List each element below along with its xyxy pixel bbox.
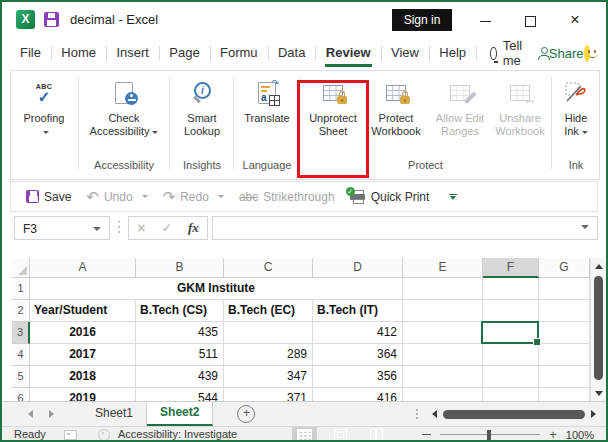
accessibility-status[interactable]: Accessibility: Investigate <box>118 428 237 440</box>
tab-help[interactable]: Help <box>429 38 476 68</box>
selected-cell-f3[interactable] <box>481 321 539 344</box>
maximize-button[interactable] <box>515 7 545 33</box>
cell-c6[interactable]: 371 <box>224 388 313 401</box>
tab-formulas[interactable]: Formu <box>210 38 268 68</box>
hide-ink-button[interactable]: Hide Ink <box>554 74 598 158</box>
cancel-icon[interactable]: × <box>137 220 145 236</box>
select-all-corner[interactable] <box>12 258 30 278</box>
cell-a1-merged-title[interactable]: GKM Institute <box>30 278 403 300</box>
cell-b4[interactable]: 511 <box>136 344 224 366</box>
cell-b6[interactable]: 544 <box>136 388 224 401</box>
protect-workbook-button[interactable]: Protect Workbook <box>364 74 428 158</box>
zoom-out-icon[interactable] <box>422 434 431 435</box>
formula-bar-expand-icon[interactable] <box>581 225 589 229</box>
cell-d5[interactable]: 356 <box>313 366 403 388</box>
cell-b2[interactable]: B.Tech (CS) <box>136 300 224 322</box>
cell-e6[interactable] <box>403 388 483 401</box>
cell-f1[interactable] <box>483 278 539 300</box>
tab-file[interactable]: File <box>10 38 51 68</box>
cell-g4[interactable] <box>539 344 590 366</box>
column-header-d[interactable]: D <box>313 258 403 278</box>
macro-record-icon[interactable] <box>64 430 77 440</box>
cell-d3[interactable]: 412 <box>313 322 403 344</box>
name-box[interactable]: F3 <box>14 216 110 240</box>
scroll-up-icon[interactable] <box>595 264 603 269</box>
cell-f6[interactable] <box>483 388 539 401</box>
cell-g3[interactable] <box>539 322 590 344</box>
tab-page-layout[interactable]: Page <box>159 38 209 68</box>
cell-g1[interactable] <box>539 278 590 300</box>
column-header-e[interactable]: E <box>403 258 483 278</box>
scroll-left-icon[interactable] <box>432 410 437 418</box>
translate-button[interactable]: a↷ Translate <box>237 74 297 158</box>
tab-review[interactable]: Review <box>316 38 381 68</box>
cell-e2[interactable] <box>403 300 483 322</box>
insert-function-icon[interactable]: fx <box>188 220 199 236</box>
new-sheet-button[interactable]: + <box>237 405 255 423</box>
column-header-g[interactable]: G <box>539 258 590 278</box>
feedback-smiley-icon[interactable] <box>584 45 590 62</box>
cell-b3[interactable]: 435 <box>136 322 224 344</box>
enter-icon[interactable]: ✓ <box>162 221 172 235</box>
minimize-button[interactable] <box>470 7 500 33</box>
vertical-scrollbar[interactable] <box>590 258 607 401</box>
tab-view[interactable]: View <box>381 38 429 68</box>
tab-insert[interactable]: Insert <box>106 38 159 68</box>
cell-e1[interactable] <box>403 278 483 300</box>
sign-in-button[interactable]: Sign in <box>392 9 452 31</box>
previous-sheet-icon[interactable] <box>28 410 33 418</box>
row-header-6[interactable]: 6 <box>12 388 30 401</box>
page-layout-view-button[interactable] <box>328 427 353 442</box>
fill-handle[interactable] <box>533 338 541 346</box>
formula-input[interactable] <box>212 216 598 240</box>
row-header-5[interactable]: 5 <box>12 366 30 388</box>
customize-toolbar-button[interactable] <box>449 194 457 200</box>
column-header-c[interactable]: C <box>224 258 313 278</box>
cell-a3[interactable]: 2016 <box>30 322 136 344</box>
zoom-slider[interactable] <box>440 434 540 435</box>
tell-me-label[interactable]: Tell me <box>503 38 523 68</box>
save-icon[interactable] <box>44 12 59 27</box>
next-sheet-icon[interactable] <box>49 410 54 418</box>
cell-e3[interactable] <box>403 322 483 344</box>
row-header-2[interactable]: 2 <box>12 300 30 322</box>
row-header-1[interactable]: 1 <box>12 278 30 300</box>
cell-d6[interactable]: 416 <box>313 388 403 401</box>
sheet-tab-sheet1[interactable]: Sheet1 <box>82 402 147 426</box>
horizontal-scrollbar-thumb[interactable] <box>443 410 585 419</box>
share-button[interactable]: Share <box>549 46 584 61</box>
unprotect-sheet-button[interactable]: Unprotect Sheet <box>303 74 363 158</box>
zoom-slider-handle[interactable] <box>487 430 491 440</box>
cell-g2[interactable] <box>539 300 590 322</box>
zoom-level[interactable]: 100% <box>566 429 594 441</box>
cell-a6[interactable]: 2019 <box>30 388 136 401</box>
tab-home[interactable]: Home <box>51 38 106 68</box>
row-header-4[interactable]: 4 <box>12 344 30 366</box>
qat-save-button[interactable]: Save <box>26 190 71 204</box>
cell-c3[interactable] <box>224 322 313 344</box>
cell-f4[interactable] <box>483 344 539 366</box>
check-accessibility-button[interactable]: Check Accessibility <box>81 74 167 158</box>
cell-c5[interactable]: 347 <box>224 366 313 388</box>
cell-c4[interactable]: 289 <box>224 344 313 366</box>
qat-quick-print-button[interactable]: ✓ Quick Print <box>350 190 430 204</box>
accessibility-checker-icon[interactable] <box>98 429 110 441</box>
vertical-scrollbar-thumb[interactable] <box>594 276 603 380</box>
column-header-b[interactable]: B <box>136 258 224 278</box>
zoom-in-icon[interactable]: + <box>549 430 557 440</box>
sheet-tab-sheet2[interactable]: Sheet2 <box>147 402 213 426</box>
tab-data[interactable]: Data <box>268 38 315 68</box>
page-break-view-button[interactable] <box>364 427 389 442</box>
horizontal-scrollbar[interactable] <box>432 402 596 426</box>
proofing-button[interactable]: ABC✓ Proofing <box>13 74 75 158</box>
cell-e5[interactable] <box>403 366 483 388</box>
cell-f5[interactable] <box>483 366 539 388</box>
cell-e4[interactable] <box>403 344 483 366</box>
scroll-right-icon[interactable] <box>591 410 596 418</box>
close-button[interactable]: × <box>560 7 590 33</box>
cell-a4[interactable]: 2017 <box>30 344 136 366</box>
normal-view-button[interactable] <box>292 427 317 442</box>
cell-b5[interactable]: 439 <box>136 366 224 388</box>
cell-a5[interactable]: 2018 <box>30 366 136 388</box>
column-header-f[interactable]: F <box>483 258 539 278</box>
